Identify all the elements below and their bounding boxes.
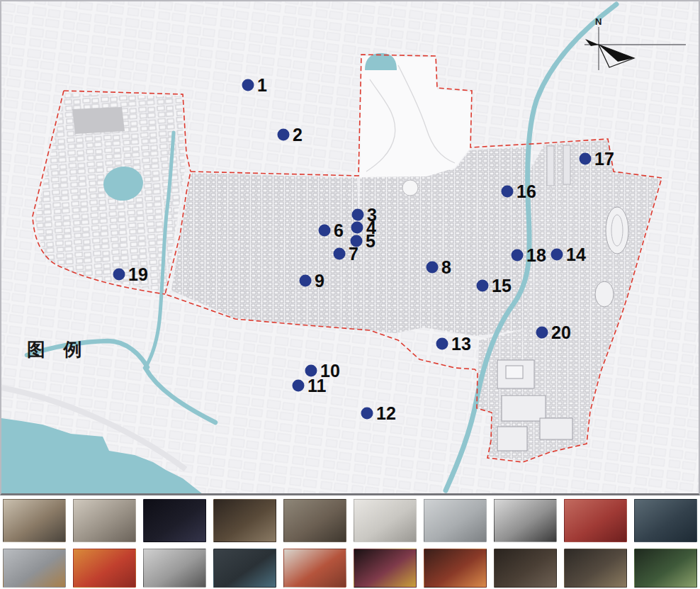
- map-svg: N 图 例 1234567891011121314151617181920: [1, 1, 699, 493]
- map-marker-label: 9: [315, 271, 324, 291]
- photo-moon-gate-room[interactable]: [283, 499, 346, 542]
- map-marker-label: 6: [334, 220, 344, 240]
- map-marker-label: 12: [376, 403, 396, 423]
- photo-colonial-building[interactable]: [354, 499, 417, 542]
- map-marker-label: 5: [366, 231, 376, 251]
- map-marker-label: 2: [293, 125, 303, 145]
- photo-bw-craftsman[interactable]: [494, 499, 557, 542]
- photo-old-shop-street[interactable]: [3, 499, 66, 542]
- photo-dark-exhibit-hall[interactable]: [213, 499, 276, 542]
- photo-bw-stage[interactable]: [143, 549, 206, 588]
- photo-courtyard-pool[interactable]: [213, 549, 276, 588]
- photo-night-park-trees[interactable]: [634, 549, 697, 588]
- map-marker-label: 7: [349, 244, 359, 264]
- photo-modern-gallery-blue[interactable]: [634, 499, 697, 542]
- photo-historic-shophouse[interactable]: [424, 499, 487, 542]
- map-marker-label: 8: [441, 257, 451, 277]
- photo-red-brick-temple[interactable]: [283, 549, 346, 588]
- photo-temple-hall[interactable]: [73, 499, 136, 542]
- map-marker-label: 14: [566, 245, 586, 264]
- photo-lantern-street-night[interactable]: [424, 549, 487, 588]
- photo-red-silk-strips[interactable]: [73, 549, 136, 588]
- photo-red-shrine-lanterns[interactable]: [564, 499, 627, 542]
- compass-north-label: N: [595, 16, 602, 27]
- photo-night-bird-puppets[interactable]: [143, 499, 206, 542]
- map-marker-label: 18: [526, 245, 546, 265]
- hatched-block: [72, 107, 125, 134]
- photo-glove-puppets[interactable]: [354, 549, 417, 588]
- figure: N 图 例 1234567891011121314151617181920: [0, 0, 700, 589]
- map-marker-label: 13: [451, 334, 471, 354]
- map-marker-label: 1: [257, 75, 267, 95]
- map-marker-label: 15: [492, 276, 512, 296]
- photo-cannon-exhibit[interactable]: [494, 549, 557, 588]
- gallery-row-2: [0, 549, 700, 588]
- photo-gallery: [0, 495, 700, 589]
- map-marker-label: 20: [551, 322, 571, 342]
- photo-arched-tunnel-exhibit[interactable]: [564, 549, 627, 588]
- photo-woven-basket[interactable]: [3, 549, 66, 588]
- map-marker-label: 19: [128, 264, 148, 284]
- map-marker-label: 11: [307, 376, 327, 396]
- map-canvas: N 图 例 1234567891011121314151617181920: [0, 0, 700, 495]
- gallery-row-1: [0, 499, 700, 542]
- legend-title: 图 例: [27, 339, 88, 360]
- map-marker-label: 16: [516, 181, 536, 201]
- map-marker-label: 17: [594, 149, 614, 169]
